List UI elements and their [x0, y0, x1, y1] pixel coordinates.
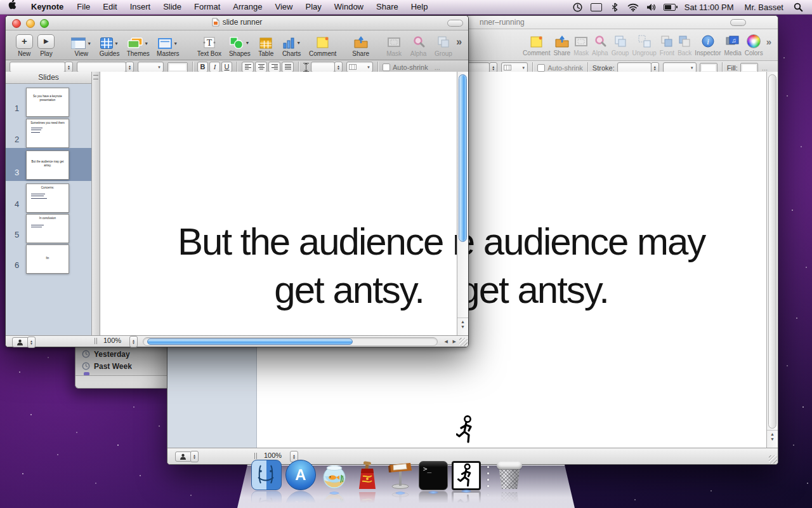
scrollbar-thumb[interactable] [147, 338, 353, 345]
wifi-menu-icon[interactable] [627, 1, 639, 13]
themes-menu-button[interactable]: ▼ Themes [124, 32, 153, 57]
back-vertical-scrollbar[interactable]: ▲ ▼ [766, 72, 778, 448]
text-color-well[interactable] [167, 62, 188, 72]
slide-thumbnail-1[interactable]: 1 So you have a keynote presentation [6, 86, 91, 117]
zoom-stepper[interactable]: ▲▼ [129, 336, 138, 347]
bold-button[interactable]: B [197, 62, 208, 72]
shapes-menu-button[interactable]: ▼ Shapes [225, 32, 254, 57]
ungroup-button[interactable]: Ungroup [632, 31, 656, 57]
menu-play[interactable]: Play [299, 0, 327, 14]
front-window-toolbar[interactable]: + New ▶ Play ▼ View ▼ Guides ▼ Themes ▼ … [6, 30, 468, 60]
toolbar-overflow-chevron[interactable]: » [766, 31, 771, 57]
align-center-button[interactable] [255, 62, 267, 72]
slide-text[interactable]: But the audience may get antsy. [178, 218, 457, 314]
menu-format[interactable]: Format [188, 0, 226, 14]
menu-help[interactable]: Help [405, 0, 435, 14]
mask-button[interactable]: Mask [382, 32, 406, 57]
dock-terminal-icon[interactable]: >_ [419, 461, 448, 490]
volume-menu-icon[interactable] [645, 1, 658, 13]
battery-menu-icon[interactable] [664, 1, 676, 13]
slide-thumbnail-4[interactable]: 4 Concerns: [6, 182, 91, 213]
menu-edit[interactable]: Edit [96, 0, 123, 14]
font-style-select[interactable] [77, 62, 126, 72]
finder-sidebar-item-pastweek[interactable]: Past Week [75, 360, 167, 372]
new-slide-button[interactable]: + New [13, 32, 36, 57]
font-size-select[interactable]: ▼ [138, 62, 164, 72]
align-justify-button[interactable] [282, 62, 294, 72]
menu-bar-clock[interactable]: Sat 11:00 PM [682, 3, 737, 12]
menu-share[interactable]: Share [370, 0, 405, 14]
share-button[interactable]: Share [348, 32, 374, 57]
font-style-stepper[interactable]: ▲▼ [126, 62, 134, 72]
table-button[interactable]: Table [254, 32, 278, 57]
format-bar-more[interactable]: ... [435, 64, 440, 71]
finder-window-fragment[interactable]: Yesterday Past Week [75, 346, 168, 389]
slide-canvas[interactable]: But the audience may get antsy. [100, 72, 457, 336]
spotlight-icon[interactable] [792, 1, 804, 13]
scrollbar-thumb[interactable] [459, 74, 467, 242]
guides-menu-button[interactable]: ▼ Guides [95, 32, 123, 57]
colors-button[interactable]: Colors [745, 31, 763, 57]
dock-keynote-icon[interactable] [386, 461, 415, 490]
play-button[interactable]: ▶ Play [36, 32, 58, 57]
apple-menu[interactable] [0, 0, 24, 15]
bring-front-button[interactable]: Front [660, 31, 674, 57]
dock-fishbowl-icon[interactable] [320, 461, 349, 490]
front-window-statusbar[interactable]: ▲▼ 100% ▲▼ ◀ ▶ [6, 335, 468, 347]
scrollbar-thumb[interactable] [768, 74, 776, 429]
fast-user-switch-menu[interactable]: Mr. Basset [742, 3, 786, 12]
menu-slide[interactable]: Slide [157, 0, 188, 14]
comment-button[interactable]: Comment [306, 32, 340, 57]
slide-thumbnail-5[interactable]: 5 In conclusion [6, 213, 91, 243]
font-family-stepper[interactable]: ▲▼ [65, 62, 73, 72]
menu-bar[interactable]: Keynote File Edit Insert Slide Format Ar… [0, 0, 812, 15]
dock[interactable]: A [247, 460, 565, 508]
inspector-button[interactable]: i Inspector [695, 31, 721, 57]
time-machine-menu-icon[interactable] [572, 1, 584, 13]
bluetooth-menu-icon[interactable] [608, 1, 621, 13]
auto-shrink-checkbox[interactable] [383, 64, 390, 71]
group-button[interactable]: Group [612, 31, 629, 57]
underline-button[interactable]: U [221, 62, 232, 72]
toolbar-overflow-chevron[interactable]: » [456, 32, 462, 57]
dock-trash-icon[interactable] [495, 461, 524, 490]
columns-select[interactable]: ▼ [346, 62, 373, 72]
masters-menu-button[interactable]: ▼ Masters [153, 32, 183, 57]
auto-shrink-checkbox[interactable] [537, 64, 545, 72]
view-menu-button[interactable]: ▼ View [67, 32, 95, 57]
finder-sidebar-item-yesterday[interactable]: Yesterday [75, 348, 167, 360]
line-spacing-value[interactable] [311, 62, 335, 72]
document-proxy-icon[interactable] [212, 18, 219, 27]
scroll-right-arrow[interactable]: ▶ [453, 339, 456, 344]
align-right-button[interactable] [268, 62, 280, 72]
format-bar-more[interactable]: ... [762, 64, 768, 72]
resize-grip[interactable] [459, 338, 468, 346]
group-button[interactable]: Group [431, 32, 456, 57]
menu-view[interactable]: View [269, 0, 299, 14]
scroll-down-arrow[interactable]: ▼ [457, 324, 468, 330]
text-box-button[interactable]: T Text Box [193, 32, 225, 57]
view-mode-button[interactable] [12, 337, 28, 347]
slide-thumbnail-6[interactable]: 6 fin [6, 243, 91, 274]
align-left-button[interactable] [242, 62, 254, 72]
dock-firecracker-icon[interactable] [353, 461, 382, 490]
scroll-left-arrow[interactable]: ◀ [445, 339, 448, 344]
media-button[interactable]: ♫ Media [724, 31, 742, 57]
charts-menu-button[interactable]: ▼ Charts [278, 32, 306, 57]
dock-slide-runner-icon[interactable] [452, 461, 481, 490]
menu-keynote[interactable]: Keynote [24, 0, 70, 14]
scroll-up-arrow[interactable]: ▲ [767, 432, 778, 437]
share-button[interactable]: Share [553, 31, 570, 57]
view-mode-stepper[interactable]: ▲▼ [190, 451, 199, 462]
dock-appstore-icon[interactable]: A [285, 460, 316, 490]
view-mode-stepper[interactable]: ▲▼ [27, 337, 36, 348]
resize-grip[interactable] [769, 455, 777, 464]
slides-panel[interactable]: Slides 1 So you have a keynote presentat… [6, 72, 91, 336]
line-spacing-stepper[interactable]: ▲▼ [334, 62, 343, 72]
toolbar-toggle-lozenge[interactable] [730, 19, 746, 26]
mask-button[interactable]: Mask [573, 31, 589, 57]
slide-thumbnail-2[interactable]: 2 Sometimes you need them [6, 117, 91, 148]
alpha-button[interactable]: Alpha [592, 31, 608, 57]
menu-arrange[interactable]: Arrange [226, 0, 268, 14]
display-menu-icon[interactable] [590, 1, 603, 13]
